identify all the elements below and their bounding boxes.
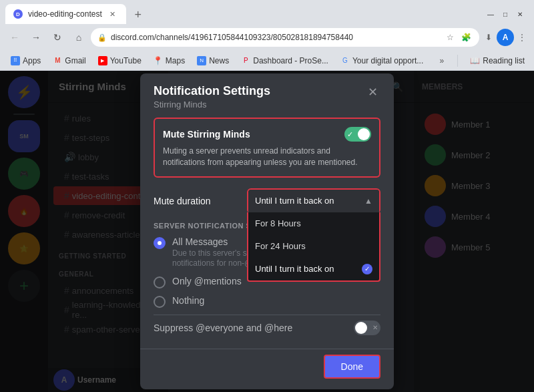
tab-title: video-editing-contest bbox=[28, 9, 102, 19]
suppress-row: Suppress @everyone and @here ✕ bbox=[154, 315, 380, 335]
mute-description: Muting a server prevents unread indicato… bbox=[163, 146, 371, 168]
content-area: ⚡ SM 🎮 🔥 ⭐ + Stirring Minds # rules bbox=[0, 71, 534, 392]
back-button[interactable]: ← bbox=[5, 28, 24, 47]
address-icons: ☆ 🧩 bbox=[443, 31, 473, 44]
notification-settings-modal: Notification Settings Stirring Minds ✕ M… bbox=[140, 73, 394, 389]
mute-duration-dropdown-wrapper: Until I turn it back on ▲ For 8 Hours Fo… bbox=[247, 188, 380, 214]
toggle-knob bbox=[358, 128, 370, 140]
menu-icon[interactable]: ⋮ bbox=[515, 31, 529, 44]
toolbar-right: ⬇ A ⋮ bbox=[482, 29, 529, 46]
home-button[interactable]: ⌂ bbox=[69, 28, 88, 47]
apps-icon: ⠿ bbox=[11, 56, 20, 65]
bookmark-dashboard-label: Dashboard - ProSe... bbox=[253, 56, 328, 65]
mute-duration-dropdown[interactable]: Until I turn it back on ▲ For 8 Hours Fo… bbox=[247, 188, 380, 214]
option-selected-check-icon: ✓ bbox=[362, 264, 372, 274]
profile-button[interactable]: A bbox=[497, 29, 514, 46]
browser-frame: D video-editing-contest ✕ + — □ ✕ ← → ↻ … bbox=[0, 0, 534, 392]
dropdown-option-24hours[interactable]: For 24 Hours bbox=[248, 235, 379, 258]
bookmarks-bar: ⠿ Apps M Gmail ▶ YouTube 📍 Maps N News P… bbox=[0, 51, 534, 71]
gmail-icon: M bbox=[53, 56, 62, 65]
radio-nothing-label: Nothing bbox=[172, 295, 204, 306]
bookmark-news[interactable]: N News bbox=[192, 53, 234, 68]
radio-all-messages-circle bbox=[154, 237, 166, 249]
toggle-check-icon: ✓ bbox=[347, 130, 353, 139]
active-tab[interactable]: D video-editing-contest ✕ bbox=[5, 4, 126, 24]
reading-list-label: Reading list bbox=[483, 56, 525, 65]
address-text: discord.com/channels/419617105844109323/… bbox=[111, 33, 439, 42]
suppress-toggle[interactable]: ✕ bbox=[354, 321, 380, 335]
address-bar[interactable]: 🔒 discord.com/channels/41961710584410932… bbox=[91, 28, 479, 47]
pinterest-icon: P bbox=[241, 56, 250, 65]
mute-duration-label: Mute duration bbox=[154, 196, 211, 206]
modal-title: Notification Settings bbox=[154, 84, 270, 98]
reload-button[interactable]: ↻ bbox=[48, 28, 67, 47]
bookmark-maps[interactable]: 📍 Maps bbox=[148, 53, 190, 68]
mute-toggle[interactable]: ✓ bbox=[344, 127, 371, 142]
toggle-off-knob bbox=[355, 322, 367, 334]
dropdown-selected-value[interactable]: Until I turn it back on ▲ bbox=[248, 190, 379, 212]
lock-icon: 🔒 bbox=[97, 33, 107, 42]
download-icon[interactable]: ⬇ bbox=[482, 31, 495, 44]
close-button[interactable]: ✕ bbox=[514, 8, 526, 20]
bookmark-maps-label: Maps bbox=[166, 56, 185, 65]
option-24hours-label: For 24 Hours bbox=[255, 241, 306, 251]
forward-button[interactable]: → bbox=[27, 28, 45, 47]
modal-title-block: Notification Settings Stirring Minds bbox=[154, 84, 270, 110]
done-button[interactable]: Done bbox=[324, 355, 380, 379]
toolbar: ← → ↻ ⌂ 🔒 discord.com/channels/419617105… bbox=[0, 24, 534, 51]
option-8hours-label: For 8 Hours bbox=[255, 218, 301, 228]
radio-only-mentions-circle bbox=[154, 276, 166, 288]
dropdown-selected-text: Until I turn it back on bbox=[255, 196, 334, 206]
window-controls: — □ ✕ bbox=[485, 8, 529, 24]
radio-nothing[interactable]: Nothing bbox=[154, 295, 380, 308]
chevron-up-icon: ▲ bbox=[364, 196, 372, 206]
mute-duration-row: Mute duration Until I turn it back on ▲ … bbox=[154, 188, 380, 214]
youtube-icon: ▶ bbox=[98, 56, 107, 65]
mute-toggle-row: Mute Stirring Minds ✓ bbox=[163, 127, 371, 142]
radio-only-mentions-text: Only @mentions bbox=[172, 276, 242, 286]
modal-close-button[interactable]: ✕ bbox=[364, 84, 380, 100]
puzzle-icon[interactable]: 🧩 bbox=[459, 31, 473, 44]
modal-overlay: Notification Settings Stirring Minds ✕ M… bbox=[0, 71, 534, 392]
bookmark-apps[interactable]: ⠿ Apps bbox=[5, 53, 46, 68]
bookmark-news-label: News bbox=[209, 56, 229, 65]
option-forever-label: Until I turn it back on bbox=[255, 264, 334, 274]
bookmark-google[interactable]: G Your digital opport... bbox=[335, 53, 429, 68]
bookmarks-more-button[interactable]: » bbox=[434, 53, 449, 68]
modal-footer: Done bbox=[140, 349, 394, 389]
minimize-button[interactable]: — bbox=[485, 8, 497, 20]
dropdown-menu: For 8 Hours For 24 Hours Until I turn it… bbox=[247, 212, 380, 282]
dropdown-option-forever[interactable]: Until I turn it back on ✓ bbox=[248, 258, 379, 280]
google-icon: G bbox=[340, 56, 350, 65]
bookmark-dashboard[interactable]: P Dashboard - ProSe... bbox=[236, 53, 334, 68]
mute-section: Mute Stirring Minds ✓ Muting a server pr… bbox=[154, 118, 380, 178]
bookmark-google-label: Your digital opport... bbox=[352, 56, 423, 65]
bookmark-apps-label: Apps bbox=[23, 56, 41, 65]
radio-nothing-text: Nothing bbox=[172, 295, 204, 306]
maximize-button[interactable]: □ bbox=[499, 8, 511, 20]
new-tab-button[interactable]: + bbox=[129, 5, 148, 24]
tab-bar: D video-editing-contest ✕ + — □ ✕ bbox=[0, 0, 534, 24]
modal-body: Mute Stirring Minds ✓ Muting a server pr… bbox=[140, 112, 394, 346]
modal-header: Notification Settings Stirring Minds ✕ bbox=[140, 73, 394, 112]
maps-icon: 📍 bbox=[154, 56, 163, 65]
tab-favicon: D bbox=[13, 9, 23, 19]
modal-subtitle: Stirring Minds bbox=[154, 100, 270, 110]
tab-close-button[interactable]: ✕ bbox=[107, 9, 118, 19]
bookmark-gmail-label: Gmail bbox=[65, 56, 85, 65]
radio-only-mentions-label: Only @mentions bbox=[172, 276, 242, 286]
news-icon: N bbox=[197, 56, 206, 65]
reading-list-button[interactable]: 📖 Reading list bbox=[466, 53, 529, 68]
reading-list-icon: 📖 bbox=[470, 56, 480, 65]
bookmark-star-icon[interactable]: ☆ bbox=[443, 31, 457, 44]
dropdown-option-8hours[interactable]: For 8 Hours bbox=[248, 212, 379, 235]
mute-label: Mute Stirring Minds bbox=[163, 129, 250, 140]
bookmark-gmail[interactable]: M Gmail bbox=[47, 53, 91, 68]
bookmark-youtube-label: YouTube bbox=[110, 56, 142, 65]
toggle-x-icon: ✕ bbox=[372, 324, 378, 331]
radio-nothing-circle bbox=[154, 296, 166, 308]
suppress-label: Suppress @everyone and @here bbox=[154, 323, 292, 333]
bookmark-youtube[interactable]: ▶ YouTube bbox=[93, 53, 147, 68]
